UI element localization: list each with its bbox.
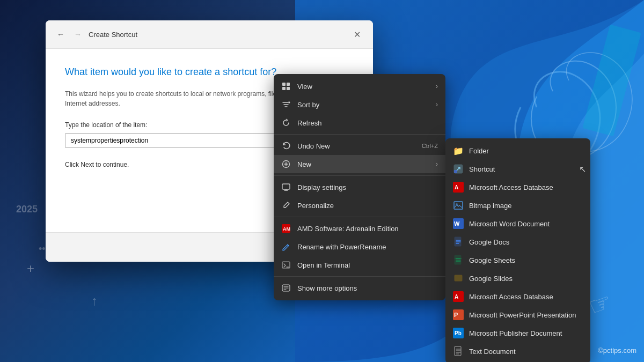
submenu-folder[interactable]: 📁 Folder [445, 142, 590, 160]
submenu-gsheets[interactable]: Google Sheets [445, 251, 590, 269]
access-db2-label: Microsoft Access Database [469, 293, 553, 301]
context-menu-personalize[interactable]: Personalize [274, 196, 445, 215]
ppt-icon: P [453, 309, 464, 320]
svg-rect-3 [282, 83, 286, 86]
svg-rect-6 [287, 87, 290, 90]
rename-label: Rename with PowerRename [297, 243, 438, 251]
svg-rect-5 [282, 87, 286, 90]
folder-icon: 📁 [453, 145, 464, 156]
gsheets-label: Google Sheets [469, 256, 515, 264]
location-input[interactable] [65, 133, 304, 148]
sort-icon [281, 100, 291, 109]
context-menu-sort[interactable]: Sort by › [274, 95, 445, 114]
word-icon: W [453, 218, 464, 229]
sort-arrow: › [436, 101, 438, 108]
context-menu-more[interactable]: Show more options [274, 279, 445, 297]
undo-label: Undo New [297, 142, 415, 150]
svg-text:A: A [455, 184, 458, 190]
view-icon [281, 82, 291, 91]
undo-icon [281, 141, 291, 151]
cursor-indicator: ↖ [579, 164, 586, 174]
access-db-label: Microsoft Access Database [469, 183, 553, 191]
submenu-text[interactable]: Text Document [445, 342, 590, 360]
svg-rect-14 [454, 170, 457, 173]
decorative-arrow: ↑ [91, 293, 98, 308]
svg-rect-23 [455, 275, 462, 281]
publisher-label: Microsoft Publisher Document [469, 329, 562, 337]
access-icon2: A [453, 291, 464, 302]
publisher-icon: Pb [453, 328, 464, 338]
decorative-year: 2025 [16, 204, 38, 215]
context-menu-terminal[interactable]: Open in Terminal [274, 256, 445, 274]
more-label: Show more options [297, 284, 438, 292]
svg-text:A: A [455, 294, 458, 300]
personalize-icon [281, 201, 291, 210]
context-menu-rename[interactable]: Rename with PowerRename [274, 238, 445, 256]
more-icon [281, 283, 291, 293]
view-label: View [297, 83, 429, 91]
dialog-titlebar: ← → Create Shortcut ✕ [46, 20, 373, 49]
gdocs-label: Google Docs [469, 238, 509, 246]
ppt-label: Microsoft PowerPoint Presentation [469, 311, 576, 319]
submenu-bitmap[interactable]: Bitmap image [445, 196, 590, 215]
gsheets-icon [453, 255, 464, 265]
divider-1 [274, 134, 445, 135]
context-menu-amd[interactable]: AMD AMD Software: Adrenalin Edition [274, 219, 445, 238]
svg-rect-8 [282, 184, 290, 189]
svg-rect-4 [287, 83, 290, 86]
sort-label: Sort by [297, 101, 429, 109]
context-menu-display[interactable]: Display settings [274, 178, 445, 196]
rename-icon [281, 242, 291, 252]
gslides-icon [453, 273, 464, 284]
access-icon: A [453, 182, 464, 193]
display-label: Display settings [297, 183, 438, 191]
terminal-label: Open in Terminal [297, 261, 438, 269]
svg-text:P: P [454, 312, 458, 318]
new-submenu: 📁 Folder Shortcut ↖ A Microsoft Access D… [445, 138, 590, 362]
submenu-gslides[interactable]: Google Slides [445, 269, 590, 287]
submenu-access-db2[interactable]: A Microsoft Access Database [445, 287, 590, 306]
submenu-publisher[interactable]: Pb Microsoft Publisher Document [445, 324, 590, 342]
shortcut-label: Shortcut [469, 165, 495, 173]
terminal-icon [281, 260, 291, 270]
bitmap-label: Bitmap image [469, 202, 511, 210]
back-button[interactable]: ← [54, 28, 67, 41]
dialog-title: Create Shortcut [89, 31, 345, 39]
submenu-access-db[interactable]: A Microsoft Access Database [445, 178, 590, 196]
undo-shortcut: Ctrl+Z [422, 143, 438, 149]
view-arrow: › [436, 83, 438, 90]
personalize-label: Personalize [297, 202, 438, 210]
folder-label: Folder [469, 147, 489, 155]
gslides-label: Google Slides [469, 275, 513, 283]
amd-icon: AMD [281, 224, 291, 233]
svg-text:Pb: Pb [455, 330, 462, 336]
decorative-plus: + [27, 261, 34, 276]
context-menu-undo[interactable]: Undo New Ctrl+Z [274, 137, 445, 155]
svg-text:W: W [454, 220, 460, 227]
context-menu-new[interactable]: New › [274, 155, 445, 173]
context-menu: View › Sort by › Refresh Undo New Ctrl+Z… [274, 74, 445, 300]
submenu-ppt[interactable]: P Microsoft PowerPoint Presentation [445, 306, 590, 324]
new-icon [281, 159, 291, 169]
bitmap-icon [453, 200, 464, 211]
context-menu-view[interactable]: View › [274, 77, 445, 95]
amd-label: AMD Software: Adrenalin Edition [297, 225, 438, 233]
submenu-gdocs[interactable]: Google Docs [445, 233, 590, 251]
divider-4 [274, 276, 445, 277]
divider-3 [274, 217, 445, 217]
display-icon [281, 182, 291, 192]
divider-2 [274, 175, 445, 176]
text-icon [453, 346, 464, 357]
word-label: Microsoft Word Document [469, 220, 550, 228]
submenu-word[interactable]: W Microsoft Word Document [445, 215, 590, 233]
context-menu-refresh[interactable]: Refresh [274, 114, 445, 132]
new-label: New [297, 160, 429, 168]
svg-rect-17 [454, 202, 463, 209]
gdocs-icon [453, 237, 464, 247]
forward-button[interactable]: → [71, 28, 84, 41]
submenu-shortcut[interactable]: Shortcut ↖ [445, 160, 590, 178]
text-label: Text Document [469, 348, 516, 356]
refresh-icon [281, 118, 291, 128]
close-button[interactable]: ✕ [349, 27, 364, 42]
refresh-label: Refresh [297, 119, 438, 127]
